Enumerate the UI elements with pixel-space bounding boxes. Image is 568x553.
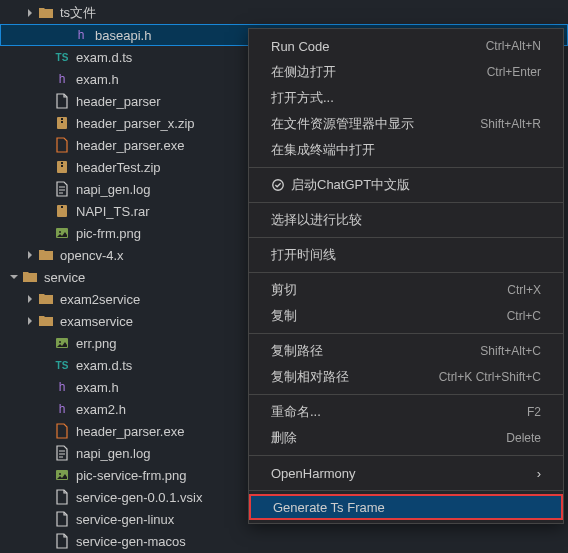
- menu-item[interactable]: 删除Delete: [249, 425, 563, 451]
- menu-shortcut: Ctrl+Enter: [487, 65, 541, 79]
- ts-icon: TS: [54, 357, 70, 373]
- menu-separator: [249, 202, 563, 203]
- tree-row[interactable]: service-gen-macos: [0, 530, 568, 552]
- menu-item-label: OpenHarmony: [271, 466, 356, 481]
- rar-icon: [54, 203, 70, 219]
- menu-separator: [249, 333, 563, 334]
- menu-item[interactable]: 剪切Ctrl+X: [249, 277, 563, 303]
- tree-item-label: exam.h: [76, 72, 119, 87]
- h-icon: h: [54, 379, 70, 395]
- chevron-right-icon[interactable]: [24, 294, 36, 304]
- context-menu: Run CodeCtrl+Alt+N在侧边打开Ctrl+Enter打开方式...…: [248, 28, 564, 524]
- menu-item[interactable]: 启动ChatGPT中文版: [249, 172, 563, 198]
- h-icon: h: [73, 27, 89, 43]
- h-icon: h: [54, 401, 70, 417]
- svg-point-13: [59, 473, 61, 475]
- file-icon: [54, 93, 70, 109]
- menu-item-label: 复制: [271, 307, 297, 325]
- chevron-down-icon[interactable]: [8, 272, 20, 282]
- menu-item[interactable]: Generate Ts Frame: [249, 494, 563, 520]
- log-icon: [54, 445, 70, 461]
- tree-item-label: err.png: [76, 336, 116, 351]
- menu-item[interactable]: Run CodeCtrl+Alt+N: [249, 33, 563, 59]
- tree-item-label: napi_gen.log: [76, 182, 150, 197]
- menu-item[interactable]: 在集成终端中打开: [249, 137, 563, 163]
- folder-icon: [38, 313, 54, 329]
- tree-item-label: opencv-4.x: [60, 248, 124, 263]
- tree-item-label: service-gen-0.0.1.vsix: [76, 490, 202, 505]
- chevron-right-icon[interactable]: [24, 316, 36, 326]
- tree-item-label: exam.h: [76, 380, 119, 395]
- tree-item-label: baseapi.h: [95, 28, 151, 43]
- folder-icon: [22, 269, 38, 285]
- tree-item-label: napi_gen.log: [76, 446, 150, 461]
- chevron-right-icon[interactable]: [24, 250, 36, 260]
- menu-item-label: 剪切: [271, 281, 297, 299]
- menu-item[interactable]: 选择以进行比较: [249, 207, 563, 233]
- menu-item[interactable]: 打开方式...: [249, 85, 563, 111]
- menu-shortcut: Ctrl+K Ctrl+Shift+C: [439, 370, 541, 384]
- menu-item[interactable]: OpenHarmony›: [249, 460, 563, 486]
- chevron-right-icon: ›: [537, 466, 541, 481]
- menu-item-label: Run Code: [271, 39, 330, 54]
- tree-item-label: pic-frm.png: [76, 226, 141, 241]
- chevron-right-icon[interactable]: [24, 8, 36, 18]
- menu-separator: [249, 394, 563, 395]
- h-icon: h: [54, 71, 70, 87]
- menu-item[interactable]: 打开时间线: [249, 242, 563, 268]
- menu-item-label: 在文件资源管理器中显示: [271, 115, 414, 133]
- folder-icon: [38, 5, 54, 21]
- svg-point-11: [59, 341, 61, 343]
- menu-item-label: 选择以进行比较: [271, 211, 362, 229]
- file-icon: [54, 511, 70, 527]
- svg-point-9: [59, 231, 61, 233]
- menu-shortcut: Ctrl+C: [507, 309, 541, 323]
- file-icon: [54, 533, 70, 549]
- menu-item-label: 启动ChatGPT中文版: [291, 176, 410, 194]
- png-icon: [54, 467, 70, 483]
- menu-item-label: 打开方式...: [271, 89, 334, 107]
- menu-item[interactable]: 在侧边打开Ctrl+Enter: [249, 59, 563, 85]
- folder-icon: [38, 247, 54, 263]
- menu-separator: [249, 455, 563, 456]
- menu-item[interactable]: 重命名...F2: [249, 399, 563, 425]
- menu-item-label: 在侧边打开: [271, 63, 336, 81]
- menu-item-label: Generate Ts Frame: [273, 500, 385, 515]
- menu-item[interactable]: 复制路径Shift+Alt+C: [249, 338, 563, 364]
- menu-shortcut: Shift+Alt+R: [480, 117, 541, 131]
- tree-item-label: header_parser_x.zip: [76, 116, 195, 131]
- menu-item-label: 复制路径: [271, 342, 323, 360]
- tree-item-label: examservice: [60, 314, 133, 329]
- svg-rect-7: [61, 206, 63, 208]
- exe-icon: [54, 137, 70, 153]
- tree-row[interactable]: ts文件: [0, 2, 568, 24]
- svg-rect-2: [61, 121, 63, 123]
- ts-icon: TS: [54, 49, 70, 65]
- menu-item-label: 在集成终端中打开: [271, 141, 375, 159]
- file-icon: [54, 489, 70, 505]
- zip-icon: [54, 159, 70, 175]
- tree-item-label: service: [44, 270, 85, 285]
- menu-item-label: 打开时间线: [271, 246, 336, 264]
- menu-item-label: 重命名...: [271, 403, 321, 421]
- tree-item-label: headerTest.zip: [76, 160, 161, 175]
- tree-item-label: header_parser: [76, 94, 161, 109]
- menu-shortcut: Shift+Alt+C: [480, 344, 541, 358]
- menu-item[interactable]: 复制相对路径Ctrl+K Ctrl+Shift+C: [249, 364, 563, 390]
- tree-item-label: exam2service: [60, 292, 140, 307]
- log-icon: [54, 181, 70, 197]
- svg-rect-5: [61, 165, 63, 167]
- menu-item-label: 删除: [271, 429, 297, 447]
- menu-separator: [249, 272, 563, 273]
- menu-item[interactable]: 复制Ctrl+C: [249, 303, 563, 329]
- png-icon: [54, 335, 70, 351]
- menu-shortcut: Delete: [506, 431, 541, 445]
- menu-item-label: 复制相对路径: [271, 368, 349, 386]
- tree-item-label: NAPI_TS.rar: [76, 204, 150, 219]
- menu-shortcut: F2: [527, 405, 541, 419]
- exe-icon: [54, 423, 70, 439]
- menu-shortcut: Ctrl+X: [507, 283, 541, 297]
- menu-item[interactable]: 在文件资源管理器中显示Shift+Alt+R: [249, 111, 563, 137]
- menu-separator: [249, 167, 563, 168]
- menu-separator: [249, 237, 563, 238]
